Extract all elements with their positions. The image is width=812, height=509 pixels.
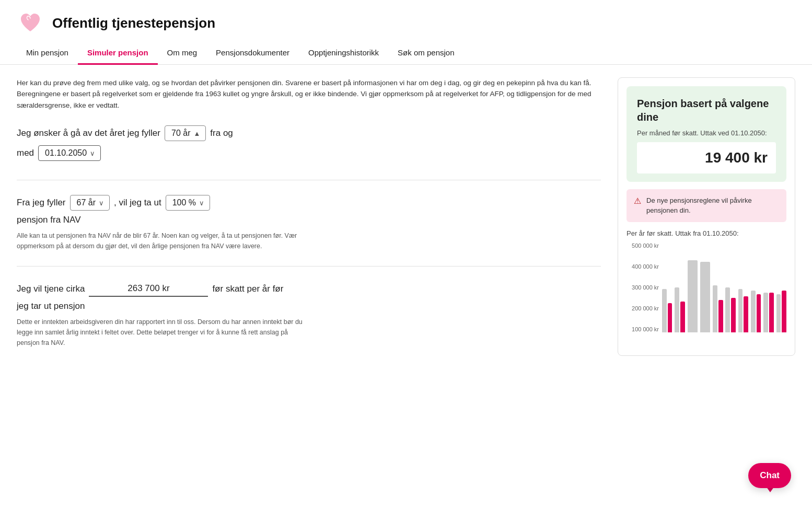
retirement-prefix: Jeg ønsker å gå av det året jeg fyller: [17, 128, 160, 138]
right-column: Pensjon basert på valgene dine Per måned…: [618, 77, 795, 378]
income-suffix-1: før skatt per år før: [212, 284, 283, 294]
chart-section: Per år før skatt. Uttak fra 01.10.2050: …: [627, 229, 786, 347]
age-select[interactable]: 70 år ▲: [165, 125, 206, 141]
bar-pink-1: [668, 303, 672, 332]
bar-gray-2: [675, 287, 679, 332]
nav: Min pensjon Simuler pensjon Om meg Pensj…: [0, 42, 812, 65]
bar-gray-5: [713, 285, 717, 332]
bar-group-3: [688, 242, 698, 332]
bar-gray-9: [763, 293, 768, 332]
chart-y-axis: 500 000 kr 400 000 kr 300 000 kr 200 000…: [627, 242, 662, 332]
logo-icon: [17, 9, 44, 37]
y-label-200: 200 000 kr: [627, 305, 662, 311]
bar-gray-3: [688, 260, 698, 332]
nav-prefix: Fra jeg fyller: [17, 198, 66, 208]
nav-note: Alle kan ta ut pensjonen fra NAV når de …: [17, 230, 309, 251]
bar-group-2: [675, 242, 685, 332]
nav-percent-arrow-icon: ∨: [199, 199, 204, 207]
retirement-age-row: Jeg ønsker å gå av det året jeg fyller 7…: [17, 125, 601, 141]
nav-pension-label-row: pensjon fra NAV: [17, 215, 601, 225]
income-note: Dette er inntekten arbeidsgiveren din ha…: [17, 317, 309, 348]
y-label-100: 100 000 kr: [627, 326, 662, 332]
result-amount-box: 19 400 kr: [637, 142, 776, 173]
bar-pink-6: [731, 298, 736, 332]
chart-area: 500 000 kr 400 000 kr 300 000 kr 200 000…: [627, 242, 786, 347]
nav-age-arrow-icon: ∨: [99, 199, 104, 207]
retirement-middle: fra og: [210, 128, 233, 138]
income-row-1: Jeg vil tjene cirka før skatt per år før: [17, 281, 601, 297]
bar-pink-8: [757, 294, 761, 332]
result-card: Pensjon basert på valgene dine Per måned…: [627, 86, 786, 182]
income-row-2: jeg tar ut pensjon: [17, 301, 601, 311]
section-income: Jeg vil tjene cirka før skatt per år før…: [17, 281, 601, 363]
bar-group-7: [738, 242, 748, 332]
bar-gray-1: [662, 289, 667, 332]
date-arrow-icon: ∨: [90, 149, 95, 157]
nav-percent-select[interactable]: 100 % ∨: [166, 195, 210, 211]
bar-pink-2: [680, 302, 685, 332]
retirement-date-row: med 01.10.2050 ∨: [17, 145, 601, 161]
warning-text: De nye pensjonsreglene vil påvirke pensj…: [646, 195, 779, 216]
bar-gray-8: [751, 291, 756, 332]
bar-gray-10: [776, 294, 781, 332]
bar-pink-9: [769, 293, 774, 332]
nav-age-select[interactable]: 67 år ∨: [70, 195, 110, 211]
nav-percent-value: 100 %: [172, 198, 196, 207]
bar-pink-5: [718, 300, 723, 332]
bar-pink-7: [744, 296, 748, 332]
chart-label: Per år før skatt. Uttak fra 01.10.2050:: [627, 229, 786, 237]
result-card-title: Pensjon basert på valgene dine: [637, 97, 776, 124]
y-label-400: 400 000 kr: [627, 263, 662, 270]
age-value: 70 år: [171, 129, 190, 138]
bar-pink-10: [782, 291, 786, 332]
nav-age-value: 67 år: [77, 198, 96, 207]
page-title: Offentlig tjenestepensjon: [52, 15, 215, 31]
bar-group-4: [700, 242, 710, 332]
retirement-med: med: [17, 148, 34, 158]
y-label-500: 500 000 kr: [627, 242, 662, 249]
nav-middle: , vil jeg ta ut: [114, 198, 161, 208]
bar-group-1: [662, 242, 672, 332]
nav-simuler-pensjon[interactable]: Simuler pensjon: [78, 42, 158, 65]
nav-pensjonsdokumenter[interactable]: Pensjonsdokumenter: [206, 42, 299, 65]
date-value: 01.10.2050: [45, 148, 87, 158]
chart-bars: [662, 242, 786, 332]
description-text: Her kan du prøve deg frem med ulike valg…: [17, 77, 601, 111]
section-retirement-age: Jeg ønsker å gå av det året jeg fyller 7…: [17, 125, 601, 180]
left-column: Her kan du prøve deg frem med ulike valg…: [17, 77, 601, 378]
date-select[interactable]: 01.10.2050 ∨: [38, 145, 101, 161]
main-content: Her kan du prøve deg frem med ulike valg…: [0, 65, 812, 390]
income-input[interactable]: [89, 281, 208, 297]
section-nav-pension: Fra jeg fyller 67 år ∨ , vil jeg ta ut 1…: [17, 195, 601, 267]
warning-box: ⚠ De nye pensjonsreglene vil påvirke pen…: [627, 189, 786, 222]
bar-gray-4: [700, 262, 710, 332]
result-amount: 19 400 kr: [705, 149, 768, 166]
nav-opptjeningshistorikk[interactable]: Opptjeningshistorikk: [299, 42, 388, 65]
bar-group-10: [776, 242, 786, 332]
bar-gray-7: [738, 289, 743, 332]
income-prefix: Jeg vil tjene cirka: [17, 284, 85, 294]
nav-min-pensjon[interactable]: Min pensjon: [17, 42, 78, 65]
bar-gray-6: [725, 287, 730, 332]
age-arrow-icon: ▲: [193, 130, 200, 137]
result-panel: Pensjon basert på valgene dine Per måned…: [618, 77, 795, 356]
bar-group-6: [725, 242, 735, 332]
bar-group-8: [751, 242, 761, 332]
income-suffix-2: jeg tar ut pensjon: [17, 301, 85, 311]
warning-icon: ⚠: [634, 196, 641, 206]
nav-pension-label: pensjon fra NAV: [17, 215, 81, 225]
nav-pension-row: Fra jeg fyller 67 år ∨ , vil jeg ta ut 1…: [17, 195, 601, 211]
nav-sok-om-pensjon[interactable]: Søk om pensjon: [388, 42, 463, 65]
header: Offentlig tjenestepensjon: [0, 0, 812, 37]
nav-om-meg[interactable]: Om meg: [158, 42, 207, 65]
result-card-subtitle: Per måned før skatt. Uttak ved 01.10.205…: [637, 129, 776, 137]
y-label-300: 300 000 kr: [627, 284, 662, 291]
bar-group-5: [713, 242, 723, 332]
bar-group-9: [763, 242, 773, 332]
